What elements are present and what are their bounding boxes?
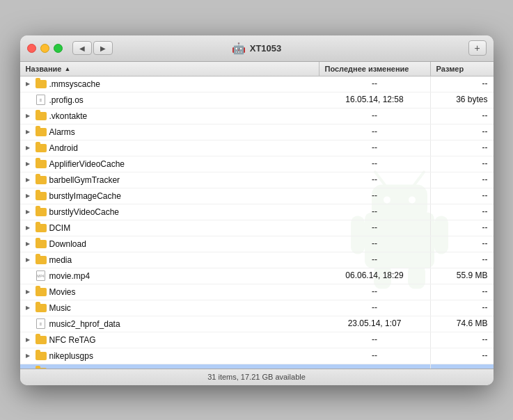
file-size-cell: -- bbox=[431, 76, 494, 92]
folder-icon bbox=[35, 175, 47, 186]
file-modified-cell: -- bbox=[319, 364, 431, 369]
file-modified-cell: 16.05.14, 12:58 bbox=[319, 92, 431, 108]
file-name-cell: ▶burstlyImageCache bbox=[20, 188, 319, 204]
file-name-cell: ▶media bbox=[20, 252, 319, 268]
table-row[interactable]: ▶Music---- bbox=[20, 300, 494, 316]
expand-arrow-icon[interactable]: ▶ bbox=[26, 257, 33, 263]
file-size-cell: -- bbox=[431, 172, 494, 188]
file-icon: MP4 bbox=[35, 270, 47, 282]
status-bar: 31 items, 17.21 GB available bbox=[20, 369, 494, 385]
expand-arrow-icon[interactable]: ▶ bbox=[26, 113, 33, 119]
file-size-cell: 74.6 MB bbox=[431, 316, 494, 332]
file-size-cell: 55.9 MB bbox=[431, 268, 494, 284]
file-name-label: Notifications bbox=[49, 367, 95, 369]
expand-arrow-icon[interactable]: ▶ bbox=[26, 145, 33, 151]
file-name-cell: ▶nikeplusgps bbox=[20, 348, 319, 364]
folder-icon bbox=[35, 223, 47, 234]
android-icon: 🤖 bbox=[232, 42, 246, 55]
expand-arrow-icon[interactable]: ▶ bbox=[26, 241, 33, 247]
file-name-cell: ▶burstlyVideoCache bbox=[20, 204, 319, 220]
file-name-cell: ▶.vkontakte bbox=[20, 108, 319, 124]
file-name-label: barbellGymTracker bbox=[49, 175, 120, 185]
folder-icon bbox=[35, 255, 47, 266]
table-row[interactable]: ▶nikeplusgps---- bbox=[20, 348, 494, 364]
minimize-button[interactable] bbox=[40, 44, 49, 53]
file-modified-cell: 23.05.14, 1:07 bbox=[319, 316, 431, 332]
folder-icon bbox=[35, 334, 47, 346]
expand-arrow-icon[interactable]: ▶ bbox=[26, 337, 33, 343]
file-modified-cell: -- bbox=[319, 140, 431, 156]
expand-arrow-icon[interactable]: ▶ bbox=[26, 161, 33, 167]
file-modified-cell: -- bbox=[319, 332, 431, 348]
col-header-name[interactable]: Название ▲ bbox=[20, 62, 319, 76]
table-row[interactable]: ▶Download---- bbox=[20, 236, 494, 252]
file-name-label: .mmsyscache bbox=[49, 79, 100, 89]
expand-arrow-icon[interactable]: ▶ bbox=[26, 289, 33, 295]
file-name-label: ApplifierVideoCache bbox=[49, 159, 125, 169]
file-name-cell: ▶Music bbox=[20, 300, 319, 316]
maximize-button[interactable] bbox=[54, 44, 63, 53]
traffic-lights bbox=[27, 44, 63, 53]
table-row[interactable]: ▶ApplifierVideoCache---- bbox=[20, 156, 494, 172]
file-name-cell: ▶NFC ReTAG bbox=[20, 332, 319, 348]
file-name-label: burstlyVideoCache bbox=[49, 207, 120, 217]
file-modified-cell: -- bbox=[319, 204, 431, 220]
table-row[interactable]: ▶.vkontakte---- bbox=[20, 108, 494, 124]
file-name-label: DCIM bbox=[49, 223, 71, 233]
folder-icon bbox=[35, 350, 47, 362]
folder-icon bbox=[35, 302, 47, 314]
expand-arrow-icon[interactable]: ▶ bbox=[26, 177, 33, 183]
file-size-cell: -- bbox=[431, 284, 494, 300]
file-size-cell: -- bbox=[431, 348, 494, 364]
expand-arrow-icon[interactable]: ▶ bbox=[26, 129, 33, 135]
table-row[interactable]: ▶DCIM---- bbox=[20, 220, 494, 236]
table-row[interactable]: MP4movie.mp406.06.14, 18:2955.9 MB bbox=[20, 268, 494, 284]
table-row[interactable]: ▶Alarms---- bbox=[20, 124, 494, 140]
close-button[interactable] bbox=[27, 44, 36, 53]
file-name-label: music2_hprof_data bbox=[49, 319, 120, 329]
expand-arrow-icon[interactable]: ▶ bbox=[26, 353, 33, 359]
table-row[interactable]: ▶burstlyImageCache---- bbox=[20, 188, 494, 204]
column-headers: Название ▲ Последнее изменение Размер bbox=[20, 62, 494, 76]
folder-icon bbox=[35, 207, 47, 218]
file-modified-cell: -- bbox=[319, 188, 431, 204]
file-list-container: Название ▲ Последнее изменение Размер ▶.… bbox=[20, 62, 494, 369]
table-row[interactable]: ▶barbellGymTracker---- bbox=[20, 172, 494, 188]
expand-arrow-icon[interactable]: ▶ bbox=[26, 193, 33, 199]
file-name-cell: ▶Movies bbox=[20, 284, 319, 300]
col-header-modified[interactable]: Последнее изменение bbox=[319, 62, 431, 76]
file-size-cell: -- bbox=[431, 188, 494, 204]
table-row[interactable]: ≡music2_hprof_data23.05.14, 1:0774.6 MB bbox=[20, 316, 494, 332]
back-button[interactable]: ◀ bbox=[72, 41, 92, 55]
table-row[interactable]: ▶Android---- bbox=[20, 140, 494, 156]
file-name-label: movie.mp4 bbox=[49, 271, 90, 281]
table-row[interactable]: ▶burstlyVideoCache---- bbox=[20, 204, 494, 220]
expand-arrow-icon[interactable]: ▶ bbox=[26, 305, 33, 311]
file-modified-cell: 06.06.14, 18:29 bbox=[319, 268, 431, 284]
table-row[interactable]: ▶NFC ReTAG---- bbox=[20, 332, 494, 348]
expand-arrow-icon[interactable]: ▶ bbox=[26, 81, 33, 87]
file-modified-cell: -- bbox=[319, 172, 431, 188]
file-modified-cell: -- bbox=[319, 252, 431, 268]
expand-arrow-icon[interactable]: ▶ bbox=[26, 225, 33, 231]
folder-icon bbox=[35, 159, 47, 170]
file-rows: ▶.mmsyscache----≡.profig.os16.05.14, 12:… bbox=[20, 76, 494, 369]
file-icon: ≡ bbox=[35, 95, 47, 106]
add-button[interactable]: + bbox=[468, 40, 487, 56]
folder-icon bbox=[35, 127, 47, 138]
file-name-cell: ▶Notifications bbox=[20, 364, 319, 369]
file-size-cell: -- bbox=[431, 300, 494, 316]
file-name-cell: ▶Alarms bbox=[20, 124, 319, 140]
titlebar: ◀ ▶ 🤖 XT1053 + bbox=[20, 35, 494, 62]
expand-arrow-icon[interactable]: ▶ bbox=[26, 209, 33, 215]
table-row[interactable]: ▶.mmsyscache---- bbox=[20, 76, 494, 92]
file-name-cell: ≡music2_hprof_data bbox=[20, 316, 319, 332]
forward-button[interactable]: ▶ bbox=[93, 41, 113, 55]
col-header-size[interactable]: Размер bbox=[431, 62, 494, 76]
table-row[interactable]: ▶Movies---- bbox=[20, 284, 494, 300]
table-row[interactable]: ▶media---- bbox=[20, 252, 494, 268]
file-name-cell: ▶.mmsyscache bbox=[20, 76, 319, 92]
table-row[interactable]: ▶Notifications---- bbox=[20, 364, 494, 369]
table-row[interactable]: ≡.profig.os16.05.14, 12:5836 bytes bbox=[20, 92, 494, 108]
file-name-label: .vkontakte bbox=[49, 111, 88, 121]
